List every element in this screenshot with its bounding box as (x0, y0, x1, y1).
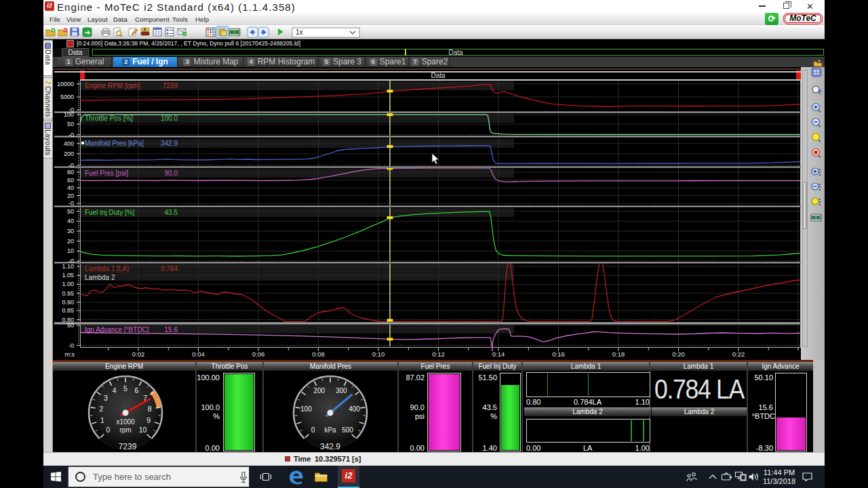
svg-text:4: 4 (113, 386, 117, 394)
svg-text:x1000: x1000 (116, 418, 135, 426)
svg-text:400: 400 (349, 405, 360, 413)
svg-text:0: 0 (106, 426, 111, 434)
svg-text:5: 5 (123, 384, 127, 392)
svg-text:3: 3 (104, 394, 108, 402)
svg-text:1: 1 (100, 416, 104, 424)
svg-text:rpm: rpm (119, 426, 131, 434)
svg-text:8: 8 (148, 405, 152, 413)
svg-text:6: 6 (134, 386, 138, 394)
svg-text:200: 200 (313, 387, 325, 394)
svg-text:9: 9 (146, 416, 151, 424)
svg-text:2: 2 (99, 405, 103, 413)
svg-text:500: 500 (342, 426, 353, 434)
svg-text:kPa: kPa (324, 426, 336, 434)
svg-text:0: 0 (311, 426, 315, 434)
svg-text:300: 300 (336, 387, 347, 394)
svg-text:10: 10 (139, 426, 147, 434)
svg-text:100: 100 (300, 405, 312, 413)
